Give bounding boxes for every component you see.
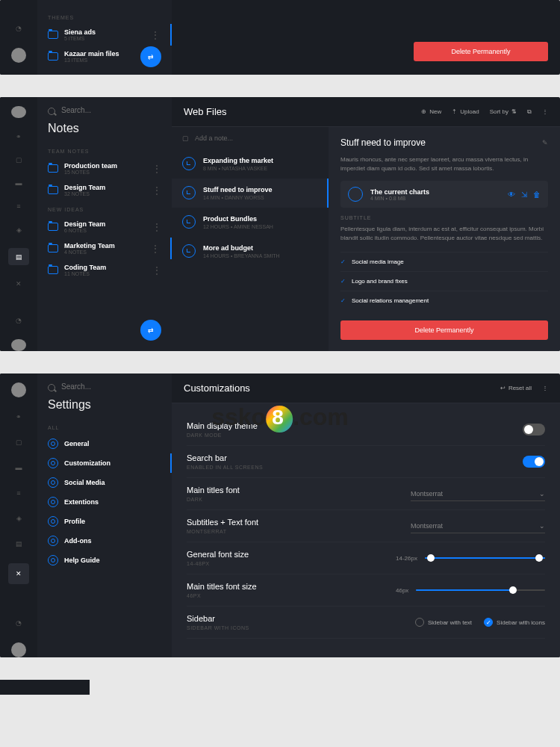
notes-icon[interactable]: ▤ xyxy=(8,248,29,265)
radio-sidebar-icons[interactable]: Sidebar with icons xyxy=(484,618,545,627)
check-item[interactable]: ✓Logo and brand fixes xyxy=(340,271,548,291)
users-icon[interactable]: ⚭ xyxy=(13,411,25,423)
settings-general[interactable]: General xyxy=(37,434,172,453)
layers-icon[interactable]: ◈ xyxy=(13,225,25,235)
setting-searchbar: Search barENABLED IN ALL SCREENS xyxy=(187,446,545,478)
note-item[interactable]: Product Bundles12 HOURS • AMINE NESSAH xyxy=(172,208,329,237)
layers-icon[interactable]: ◈ xyxy=(13,512,25,524)
main-font-select[interactable]: Montserrat⌄ xyxy=(411,487,545,501)
team-design[interactable]: Design Team32 NOTES⋮ xyxy=(37,179,172,201)
bell-icon[interactable]: ◔ xyxy=(13,22,25,34)
fab-add[interactable]: ⇄ xyxy=(140,46,161,67)
avatar-bottom[interactable] xyxy=(11,642,26,657)
folder-icon xyxy=(48,186,58,194)
list-icon[interactable]: ≡ xyxy=(13,202,25,211)
more-icon[interactable]: ⋮ xyxy=(152,185,161,196)
settings-addons[interactable]: Add-ons xyxy=(37,531,172,551)
notes-icon[interactable]: ▤ xyxy=(13,538,25,550)
sub-font-select[interactable]: Montserrat⌄ xyxy=(411,519,545,533)
search-input[interactable] xyxy=(37,382,172,398)
page-title: Customizations xyxy=(184,382,490,394)
folder-icon xyxy=(48,244,58,252)
more-icon[interactable]: ⋮ xyxy=(152,164,161,174)
tools-icon[interactable]: ✕ xyxy=(13,279,25,288)
list-icon[interactable]: ≡ xyxy=(13,487,25,499)
sort-button[interactable]: Sort by⇅ xyxy=(490,108,517,115)
settings-help[interactable]: Help Guide xyxy=(37,551,172,570)
reset-button[interactable]: ↩Reset all xyxy=(500,385,532,391)
attachment[interactable]: The current charts4 MIN • 0.8 MB 👁⇲🗑 xyxy=(340,181,548,208)
view-icon[interactable]: 👁 xyxy=(508,190,515,199)
theme-toggle[interactable] xyxy=(523,424,545,436)
copy-icon[interactable]: ⧉ xyxy=(527,108,532,116)
folders-icon[interactable]: ▬ xyxy=(13,179,25,188)
team-design2[interactable]: Design Team6 NOTES⋮ xyxy=(37,216,172,238)
title-size-slider[interactable] xyxy=(416,589,545,591)
check-item[interactable]: ✓Social media image xyxy=(340,252,548,271)
upload-button[interactable]: ⇡Upload xyxy=(452,108,479,115)
search-toggle[interactable] xyxy=(523,456,545,468)
folder-icon xyxy=(48,223,58,231)
avatar[interactable] xyxy=(11,106,26,118)
folder-icon xyxy=(48,52,58,61)
note-icon xyxy=(182,244,196,258)
setting-sidebar: SidebarSIDEBAR WITH ICONSSidebar with te… xyxy=(187,607,545,639)
section-label: THEMES xyxy=(37,9,172,24)
bell-icon[interactable]: ◔ xyxy=(13,315,25,325)
avatar[interactable] xyxy=(11,48,26,63)
team-coding[interactable]: Coding Team11 NOTES⋮ xyxy=(37,259,172,281)
check-icon: ✓ xyxy=(340,258,346,265)
setting-sub-font: Subtitles + Text fontMONTSERRATMontserra… xyxy=(187,510,545,542)
theme-item-siena[interactable]: Siena ads5 ITEMS ⋮ xyxy=(37,24,172,46)
folder-icon xyxy=(48,164,58,173)
bell-icon[interactable]: ◔ xyxy=(13,617,25,629)
more-icon[interactable]: ⋮ xyxy=(152,265,161,276)
add-note-button[interactable]: ▢Add a note... xyxy=(172,127,329,149)
search-input[interactable] xyxy=(37,106,172,122)
subtitle-label: SUBTITLE xyxy=(340,215,548,220)
delete-button[interactable]: Delete Permanently xyxy=(414,42,548,61)
team-production[interactable]: Production team15 NOTES⋮ xyxy=(37,158,172,179)
radio-sidebar-text[interactable]: Sidebar with text xyxy=(415,618,472,627)
notes-list: ▢Add a note... Expanding the market8 MIN… xyxy=(172,127,329,351)
chevron-down-icon: ⌄ xyxy=(539,522,545,530)
setting-title-size: Main titles font size46PX46px xyxy=(187,574,545,607)
gen-size-slider[interactable] xyxy=(425,557,545,559)
tools-icon[interactable]: ✕ xyxy=(8,563,29,584)
settings-customization[interactable]: Customization xyxy=(37,453,172,473)
settings-profile[interactable]: Profile xyxy=(37,512,172,531)
delete-button[interactable]: Delete Permanently xyxy=(340,320,548,340)
more-icon[interactable]: ⋮ xyxy=(152,222,161,232)
settings-body: Main display themeDARK MODE Search barEN… xyxy=(172,403,560,657)
sidebar-title: Notes xyxy=(37,122,172,143)
users-icon[interactable]: ⚭ xyxy=(13,131,25,141)
check-item[interactable]: ✓Social relations management xyxy=(340,291,548,310)
more-icon[interactable]: ⋮ xyxy=(151,244,160,254)
more-icon[interactable]: ⋮ xyxy=(542,385,548,391)
check-icon: ✓ xyxy=(340,297,346,304)
reset-icon: ↩ xyxy=(500,385,505,391)
note-item[interactable]: Expanding the market8 MIN • NATASHA VASK… xyxy=(172,149,329,179)
delete-icon[interactable]: 🗑 xyxy=(533,190,541,199)
dashboard-icon[interactable]: ▢ xyxy=(13,436,25,448)
avatar[interactable] xyxy=(11,382,26,397)
settings-social[interactable]: Social Media xyxy=(37,473,172,492)
note-detail: Stuff need to improve✎ Mauris rhoncus, a… xyxy=(329,127,560,351)
folders-icon[interactable]: ▬ xyxy=(13,462,25,474)
note-item[interactable]: Stuff need to improve14 MIN • DANNY WORS… xyxy=(172,179,329,208)
new-button[interactable]: ⊕New xyxy=(421,108,441,115)
note-item[interactable]: More ad budget14 HOURS • BREYANNA SMITH xyxy=(172,237,329,266)
more-icon[interactable]: ⋮ xyxy=(151,30,160,40)
team-marketing[interactable]: Marketing Team4 NOTES⋮ xyxy=(37,238,172,259)
sidebar: Notes TEAM NOTES Production team15 NOTES… xyxy=(37,97,172,351)
fab-add[interactable]: ⇄ xyxy=(140,320,161,341)
avatar-bottom[interactable] xyxy=(11,339,26,351)
sidebar: THEMES Siena ads5 ITEMS ⋮ Kazaar main fi… xyxy=(37,0,172,75)
dashboard-icon[interactable]: ▢ xyxy=(13,155,25,165)
settings-extensions[interactable]: Extentions xyxy=(37,492,172,512)
share-icon[interactable]: ⇲ xyxy=(521,190,527,199)
more-icon[interactable]: ⋮ xyxy=(542,108,548,115)
detail-title: Stuff need to improve xyxy=(340,137,426,148)
edit-icon[interactable]: ✎ xyxy=(542,139,548,146)
setting-main-font: Main titles fontDARKMontserrat⌄ xyxy=(187,478,545,510)
